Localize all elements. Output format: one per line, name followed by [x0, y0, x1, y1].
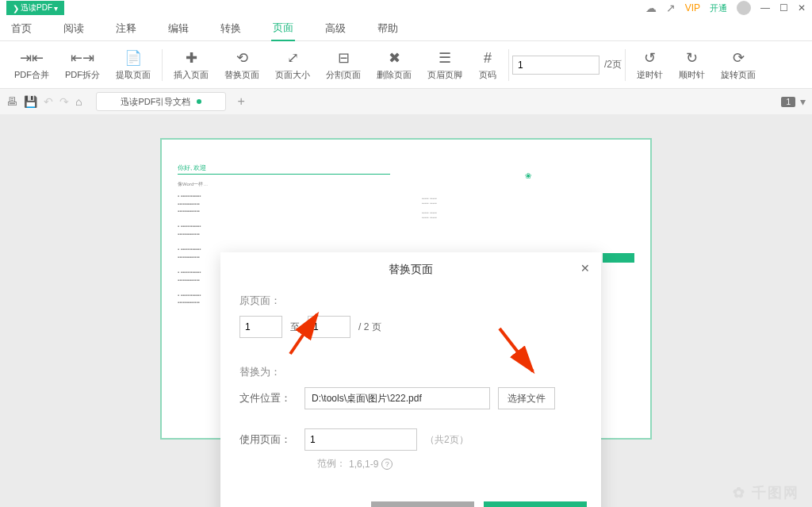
to-page-input[interactable]	[308, 316, 350, 338]
cloud-icon[interactable]: ☁	[645, 2, 657, 14]
ribbon-PDF拆分[interactable]: ⇤⇥PDF拆分	[57, 48, 108, 81]
menubar: 首页阅读注释编辑转换页面高级帮助	[0, 16, 812, 41]
titlebar-right: ☁ ↗ VIP 开通 — ☐ ✕	[645, 1, 806, 15]
ribbon-页码[interactable]: #页码	[470, 48, 505, 81]
use-pages-row: 使用页面： （共2页）	[239, 428, 582, 451]
tabbar-right: 1 ▾	[781, 95, 806, 108]
minimize-button[interactable]: —	[760, 2, 770, 13]
to-label: 至	[290, 321, 300, 334]
ribbon-顺时针[interactable]: ↻顺时针	[671, 48, 713, 81]
save-icon[interactable]: 💾	[24, 95, 37, 108]
ribbon-页眉页脚-icon: ☰	[435, 48, 454, 67]
replace-with-label: 替换为：	[239, 365, 582, 379]
app-logo: ❯ 迅读PDF ▾	[6, 1, 64, 15]
dropdown-icon[interactable]: ▾	[54, 4, 58, 13]
redo-icon[interactable]: ↷	[59, 95, 69, 108]
vip-action[interactable]: 开通	[710, 2, 727, 14]
menu-首页[interactable]: 首页	[10, 17, 33, 40]
print-icon[interactable]: 🖶	[6, 95, 17, 108]
original-page-row: 至 / 2 页	[239, 316, 582, 338]
ribbon-顺时针-icon: ↻	[683, 48, 702, 67]
workspace: 你好, 欢迎 像Word一样… ▪ ▪▪▪▪▪▪▪▪▪▪▪▪▪▪▪▪▪▪▪▪▪▪…	[0, 114, 812, 507]
example-text: 1,6,1-9	[349, 459, 378, 470]
menu-阅读[interactable]: 阅读	[62, 17, 86, 40]
ok-button[interactable]: 确定	[484, 501, 587, 507]
ribbon-页码-icon: #	[478, 48, 497, 67]
replace-page-dialog: 替换页面 ✕ 原页面： 至 / 2 页 替换为： 文件位置： D:\tools\…	[220, 252, 601, 507]
vip-icon[interactable]: VIP	[685, 2, 700, 13]
tab-title: 迅读PDF引导文档	[121, 96, 190, 108]
pages-count-hint: （共2页）	[425, 433, 469, 447]
titlebar: ❯ 迅读PDF ▾ ☁ ↗ VIP 开通 — ☐ ✕	[0, 0, 812, 16]
undo-icon[interactable]: ↶	[44, 95, 53, 108]
file-path-input[interactable]: D:\tools\桌面\图片\222.pdf	[304, 387, 490, 409]
ribbon-PDF合并-icon: ⇥⇤	[22, 48, 41, 67]
file-location-label: 文件位置：	[239, 391, 297, 405]
ribbon-替换页面-icon: ⟲	[232, 48, 251, 67]
menu-转换[interactable]: 转换	[219, 17, 243, 40]
close-icon[interactable]: ✕	[580, 262, 590, 275]
page-badge: 1	[781, 97, 795, 107]
ribbon-提取页面-icon: 📄	[124, 48, 143, 67]
dialog-header: 替换页面 ✕	[220, 252, 601, 287]
modified-dot-icon	[197, 99, 201, 104]
ribbon-PDF拆分-icon: ⇤⇥	[73, 48, 92, 67]
total-pages-suffix: / 2 页	[358, 321, 381, 334]
home-icon[interactable]: ⌂	[75, 95, 82, 108]
close-button[interactable]: ✕	[798, 2, 806, 13]
ribbon-删除页面-icon: ✖	[385, 48, 404, 67]
example-row: 范例： 1,6,1-9 ?	[317, 457, 582, 471]
preview-section: 像Word一样…	[178, 181, 390, 188]
preview-heading: 你好, 欢迎	[178, 163, 390, 175]
ribbon-分割页面[interactable]: ⊟分割页面	[318, 48, 369, 81]
bird-icon: ❯	[13, 4, 19, 13]
ribbon-替换页面[interactable]: ⟲替换页面	[216, 48, 267, 81]
menu-注释[interactable]: 注释	[114, 17, 138, 40]
app-name: 迅读PDF	[21, 2, 52, 13]
ribbon: ⇥⇤PDF合并⇤⇥PDF拆分📄提取页面✚插入页面⟲替换页面⤢页面大小⊟分割页面✖…	[0, 41, 812, 89]
tabbar: 🖶 💾 ↶ ↷ ⌂ 迅读PDF引导文档 + 1 ▾	[0, 89, 812, 114]
ribbon-旋转页面[interactable]: ⟳旋转页面	[713, 48, 764, 81]
from-page-input[interactable]	[239, 316, 282, 338]
page-total: /2页	[604, 58, 622, 71]
ribbon-PDF合并[interactable]: ⇥⇤PDF合并	[6, 48, 57, 81]
menu-高级[interactable]: 高级	[324, 17, 347, 40]
maximize-button[interactable]: ☐	[779, 2, 788, 13]
use-pages-input[interactable]	[304, 428, 417, 451]
add-tab-button[interactable]: +	[237, 94, 244, 109]
ribbon-页面大小-icon: ⤢	[283, 48, 302, 67]
cancel-button[interactable]: 取消	[371, 501, 474, 507]
ribbon-逆时针[interactable]: ↺逆时针	[629, 48, 671, 81]
menu-页面[interactable]: 页面	[271, 16, 295, 41]
dialog-footer: 取消 确定	[371, 501, 587, 507]
chevron-down-icon[interactable]: ▾	[800, 95, 806, 108]
ribbon-提取页面[interactable]: 📄提取页面	[108, 48, 159, 81]
ribbon-页眉页脚[interactable]: ☰页眉页脚	[419, 48, 470, 81]
choose-file-button[interactable]: 选择文件	[498, 387, 555, 409]
menu-编辑[interactable]: 编辑	[167, 17, 190, 40]
page-number-input[interactable]	[512, 56, 599, 75]
dialog-body: 原页面： 至 / 2 页 替换为： 文件位置： D:\tools\桌面\图片\2…	[220, 287, 601, 471]
ribbon-删除页面[interactable]: ✖删除页面	[369, 48, 419, 81]
dialog-title: 替换页面	[389, 263, 433, 277]
ribbon-旋转页面-icon: ⟳	[729, 48, 748, 67]
example-prefix: 范例：	[317, 457, 346, 471]
file-row: 文件位置： D:\tools\桌面\图片\222.pdf 选择文件	[239, 387, 582, 409]
original-page-label: 原页面：	[239, 294, 582, 308]
ribbon-分割页面-icon: ⊟	[334, 48, 353, 67]
document-tab[interactable]: 迅读PDF引导文档	[96, 92, 226, 111]
watermark: ✿ 千图网	[733, 483, 799, 502]
use-pages-label: 使用页面：	[239, 432, 297, 447]
share-icon[interactable]: ↗	[666, 2, 676, 14]
ribbon-页面大小[interactable]: ⤢页面大小	[267, 48, 318, 81]
avatar[interactable]	[737, 1, 751, 15]
menu-帮助[interactable]: 帮助	[376, 17, 400, 40]
ribbon-插入页面-icon: ✚	[182, 48, 201, 67]
ribbon-逆时针-icon: ↺	[641, 48, 660, 67]
help-icon[interactable]: ?	[381, 459, 393, 470]
ribbon-插入页面[interactable]: ✚插入页面	[166, 48, 216, 81]
